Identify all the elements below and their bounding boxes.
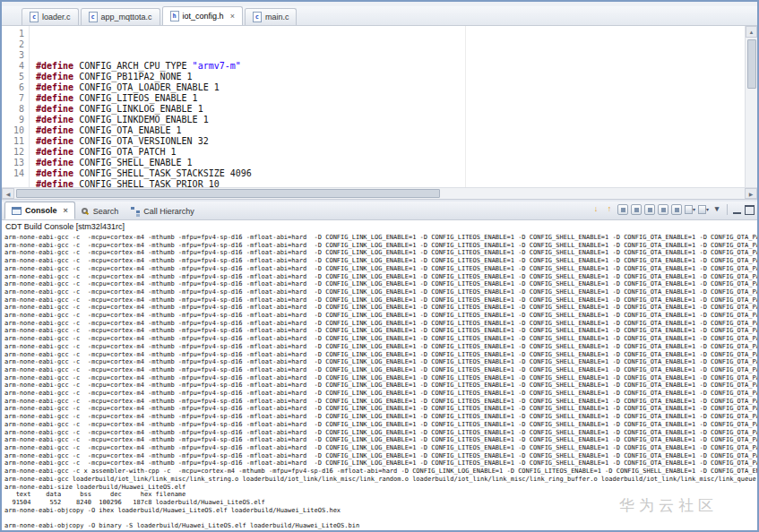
code-line: #define CONFIG_LITEOS_ENABLE 1	[36, 93, 745, 104]
console-line: 91504 552 8240 100296 187c8 loaderbuild/…	[2, 499, 757, 507]
pin-console-icon[interactable]	[671, 204, 682, 215]
horizontal-scroll-track[interactable]	[14, 188, 745, 199]
editor-tab-label: iot_config.h	[183, 12, 224, 21]
code-text: CONFIG_OTA_LOADER_ENABLE 1	[73, 82, 220, 92]
code-text: CONFIG_SHELL_ENABLE 1	[73, 158, 192, 167]
console-line: arm-none-eabi-gcc -c -mcpu=cortex-m4 -mt…	[2, 327, 757, 335]
console-line: arm-none-eabi-gcc -c -mcpu=cortex-m4 -mt…	[2, 382, 757, 390]
console-toolbar: ↓↑▾	[591, 204, 755, 215]
console-line: arm-none-eabi-gcc -c -mcpu=cortex-m4 -mt…	[2, 429, 757, 437]
code-text: CONFIG_LINKDEMO_ENABLE 1	[73, 115, 209, 124]
console-line: arm-none-eabi-gcc -c -mcpu=cortex-m4 -mt…	[2, 413, 757, 421]
code-line: #define CONFIG_PB11PA2_NONE 1	[36, 72, 745, 82]
console-line: arm-none-eabi-gcc -c -mcpu=cortex-m4 -mt…	[2, 280, 757, 288]
console-line: arm-none-eabi-gcc -c -mcpu=cortex-m4 -mt…	[2, 296, 757, 305]
scroll-up-arrow-icon[interactable]: ▲	[746, 26, 757, 38]
preprocessor-keyword: #define	[36, 72, 73, 82]
code-text: CONFIG_OTA_VERSIONLEN 32	[73, 136, 209, 146]
display-selected-console-icon[interactable]	[685, 204, 695, 215]
tab-call-hierarchy[interactable]: Call Hierarchy	[125, 203, 201, 219]
minimize-icon[interactable]	[732, 205, 742, 215]
console-line: arm-none-eabi-gcc -c -mcpu=cortex-m4 -mt…	[2, 459, 757, 468]
tab-search[interactable]: Search	[75, 203, 125, 219]
scroll-lock-icon[interactable]	[658, 204, 668, 215]
editor-tab-iot_config.h[interactable]: hiot_config.h×	[162, 6, 243, 25]
terminate-icon[interactable]	[617, 204, 628, 215]
preprocessor-keyword: #define	[36, 179, 73, 187]
code-editor[interactable]: 1234567891011121314 #define CONFIG_ARCH_…	[2, 26, 757, 187]
next-annotation-icon[interactable]: ↓	[591, 204, 601, 215]
console-line: arm-none-eabi-gcc -c -mcpu=cortex-m4 -mt…	[2, 358, 757, 366]
console-line: arm-none-eabi-size loaderbuild/Huawei_Li…	[2, 484, 757, 492]
console-line: arm-none-eabi-gcc -c -mcpu=cortex-m4 -mt…	[2, 398, 757, 406]
horizontal-scroll-thumb[interactable]	[16, 189, 440, 198]
console-line: arm-none-eabi-gcc -c -mcpu=cortex-m4 -mt…	[2, 436, 757, 444]
line-number: 5	[2, 72, 24, 82]
file-icon: c	[89, 12, 98, 22]
maximize-icon[interactable]	[745, 205, 755, 215]
line-number-gutter[interactable]: 1234567891011121314	[2, 26, 30, 187]
code-text: CONFIG_PB11PA2_NONE 1	[73, 72, 192, 82]
code-line: #define CONFIG_ARCH_CPU_TYPE "armv7-m"	[36, 61, 745, 72]
console-line	[2, 514, 757, 522]
preprocessor-keyword: #define	[36, 158, 73, 167]
preprocessor-keyword: #define	[36, 93, 73, 103]
code-line: #define CONFIG_OTA_ENABLE 1	[36, 125, 745, 136]
close-icon[interactable]: ×	[64, 206, 68, 215]
console-tabs: Console×SearchCall Hierarchy	[4, 202, 201, 219]
line-number: 4	[2, 61, 24, 72]
scroll-right-arrow-icon[interactable]: ▶	[745, 188, 757, 199]
code-text: CONFIG_OTA_PATCH 1	[73, 147, 176, 157]
print-margin-line	[465, 26, 466, 187]
editor-horizontal-scrollbar[interactable]: ◀ ▶	[2, 187, 757, 199]
preprocessor-keyword: #define	[36, 115, 73, 124]
code-text: CONFIG_LITEOS_ENABLE 1	[73, 93, 197, 103]
console-line: arm-none-eabi-gcc -c -mcpu=cortex-m4 -mt…	[2, 335, 757, 343]
line-number: 10	[2, 125, 24, 136]
line-number: 8	[2, 104, 24, 115]
line-number: 14	[2, 168, 24, 179]
scroll-left-arrow-icon[interactable]: ◀	[2, 188, 14, 199]
preprocessor-keyword: #define	[36, 61, 73, 71]
previous-annotation-icon[interactable]: ↑	[604, 204, 615, 215]
code-line: #define CONFIG_SHELL_TASK_PRIOR 10	[36, 179, 745, 187]
console-line: arm-none-eabi-gcc -c -mcpu=cortex-m4 -mt…	[2, 320, 757, 328]
console-tab-label: Search	[93, 207, 119, 216]
console-line: arm-none-eabi-gcc -c -mcpu=cortex-m4 -mt…	[2, 421, 757, 429]
console-line: arm-none-eabi-gcc -c -mcpu=cortex-m4 -mt…	[2, 288, 757, 296]
code-text: CONFIG_SHELL_TASK_STACKSIZE 4096	[73, 168, 252, 178]
code-text: CONFIG_OTA_ENABLE 1	[73, 125, 181, 135]
console-line: arm-none-eabi-gcc -c -mcpu=cortex-m4 -mt…	[2, 249, 757, 257]
console-output[interactable]: CDT Build Console [stm32l431rc] arm-none…	[2, 220, 757, 530]
editor-tab-app_mqttota.c[interactable]: capp_mqttota.c	[81, 8, 160, 25]
vertical-scroll-thumb[interactable]	[747, 39, 756, 89]
console-line: arm-none-eabi-gcc -c -mcpu=cortex-m4 -mt…	[2, 242, 757, 250]
tab-console[interactable]: Console×	[4, 202, 75, 219]
console-line: arm-none-eabi-gcc -c -mcpu=cortex-m4 -mt…	[2, 273, 757, 281]
code-lines[interactable]: #define CONFIG_ARCH_CPU_TYPE "armv7-m"#d…	[30, 26, 745, 187]
console-line: arm-none-eabi-gcc -c -mcpu=cortex-m4 -mt…	[2, 351, 757, 359]
editor-vertical-scrollbar[interactable]: ▲	[745, 26, 757, 187]
view-menu-icon[interactable]: ▾	[712, 204, 722, 215]
preprocessor-keyword: #define	[36, 147, 73, 157]
code-line: #define CONFIG_LINKLOG_ENABLE 1	[36, 104, 745, 115]
console-line: arm-none-eabi-gcc -c x assembler-with-cp…	[2, 468, 757, 476]
console-line: arm-none-eabi-objcopy -O binary -S loade…	[2, 522, 757, 530]
line-number: 9	[2, 115, 24, 125]
console-line: arm-none-eabi-gcc -c -mcpu=cortex-m4 -mt…	[2, 257, 757, 265]
close-icon[interactable]: ×	[230, 12, 235, 21]
console-line: arm-none-eabi-gcc -c -mcpu=cortex-m4 -mt…	[2, 444, 757, 452]
file-icon: c	[253, 12, 262, 22]
line-number: 6	[2, 82, 24, 93]
line-number: 12	[2, 147, 24, 158]
open-console-icon[interactable]	[698, 204, 709, 215]
clear-console-icon[interactable]	[644, 204, 655, 215]
console-line: arm-none-eabi-gcc -c -mcpu=cortex-m4 -mt…	[2, 390, 757, 398]
console-line: arm-none-eabi-gcc -c -mcpu=cortex-m4 -mt…	[2, 405, 757, 413]
preprocessor-keyword: #define	[36, 136, 73, 146]
remove-launch-icon[interactable]	[631, 204, 642, 215]
editor-tab-loader.c[interactable]: cloader.c	[22, 8, 79, 25]
line-number: 1	[2, 29, 24, 39]
line-number: 11	[2, 136, 24, 147]
editor-tab-main.c[interactable]: cmain.c	[245, 8, 298, 25]
